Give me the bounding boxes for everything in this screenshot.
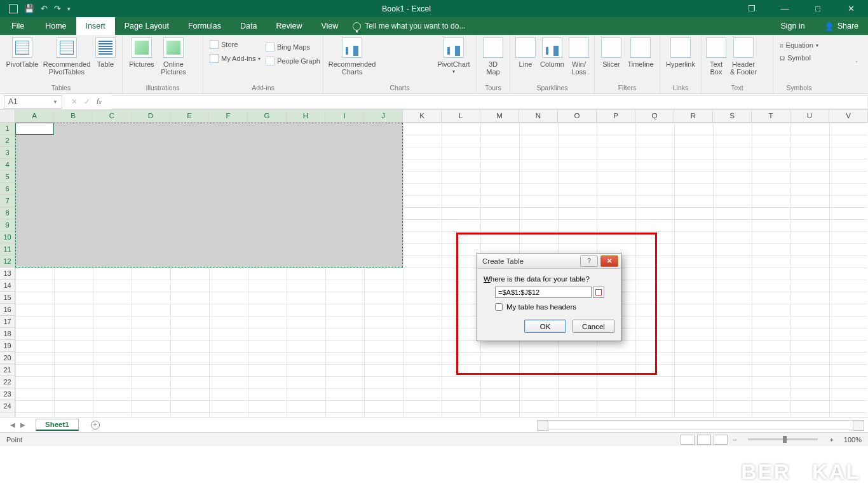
view-pagebreak-icon[interactable] xyxy=(714,435,728,445)
row-header[interactable]: 12 xyxy=(0,255,15,268)
column-header[interactable]: O xyxy=(558,110,597,122)
qat-customize-icon[interactable]: ▾ xyxy=(67,6,71,12)
column-header[interactable]: M xyxy=(480,110,519,122)
row-header[interactable]: 17 xyxy=(0,316,15,328)
bing-maps-button[interactable]: Bing Maps xyxy=(263,41,313,53)
window-minimize-icon[interactable]: — xyxy=(775,4,794,13)
row-header[interactable]: 22 xyxy=(0,376,15,388)
cancel-button[interactable]: Cancel xyxy=(573,320,614,333)
redo-icon[interactable]: ↷ xyxy=(54,4,61,13)
zoom-slider[interactable] xyxy=(748,438,818,440)
column-header[interactable]: S xyxy=(713,110,752,122)
headers-checkbox[interactable] xyxy=(495,303,503,311)
headers-label[interactable]: My table has headers xyxy=(506,303,576,311)
window-maximize-icon[interactable]: □ xyxy=(808,4,827,13)
dialog-close-icon[interactable]: ✕ xyxy=(600,255,618,267)
header-footer-button[interactable]: Header & Footer xyxy=(728,37,759,76)
ribbon-display-icon[interactable]: ❐ xyxy=(742,4,761,13)
tab-home[interactable]: Home xyxy=(36,17,76,35)
column-header[interactable]: K xyxy=(403,110,442,122)
row-header[interactable]: 21 xyxy=(0,364,15,376)
column-header[interactable]: G xyxy=(248,110,287,122)
row-header[interactable]: 19 xyxy=(0,340,15,352)
prev-sheet-icon[interactable]: ◀ xyxy=(10,421,15,428)
tab-review[interactable]: Review xyxy=(266,17,311,35)
sparkline-line-button[interactable]: Line xyxy=(514,37,537,68)
row-header[interactable]: 24 xyxy=(0,400,15,412)
row-header[interactable]: 1 xyxy=(0,123,15,135)
dialog-titlebar[interactable]: Create Table ? ✕ xyxy=(477,254,621,269)
pivottable-button[interactable]: PivotTable xyxy=(4,37,41,68)
range-picker-icon[interactable] xyxy=(593,287,604,298)
row-header[interactable]: 6 xyxy=(0,183,15,195)
column-header[interactable]: Q xyxy=(635,110,674,122)
column-header[interactable]: F xyxy=(209,110,248,122)
tab-data[interactable]: Data xyxy=(231,17,266,35)
tab-insert[interactable]: Insert xyxy=(76,17,115,35)
row-header[interactable]: 3 xyxy=(0,147,15,159)
collapse-ribbon-icon[interactable]: ˆ xyxy=(849,60,864,68)
chevron-down-icon[interactable]: ▼ xyxy=(53,99,58,105)
column-header[interactable]: L xyxy=(442,110,480,122)
enter-formula-icon[interactable]: ✓ xyxy=(84,97,90,106)
3d-map-button[interactable]: 3D Map xyxy=(480,37,506,76)
tell-me-search[interactable]: Tell me what you want to do... xyxy=(353,17,465,35)
table-button[interactable]: Table xyxy=(93,37,118,68)
column-header[interactable]: R xyxy=(674,110,713,122)
row-header[interactable]: 20 xyxy=(0,352,15,364)
column-header[interactable]: H xyxy=(287,110,325,122)
equation-button[interactable]: π Equation ▾ xyxy=(777,40,821,50)
chart-area-icon[interactable] xyxy=(397,54,415,68)
share-button[interactable]: 👤 Share xyxy=(815,17,868,35)
row-header[interactable]: 5 xyxy=(0,171,15,183)
undo-icon[interactable]: ↶ xyxy=(41,4,48,13)
window-close-icon[interactable]: ✕ xyxy=(841,4,860,13)
column-header[interactable]: E xyxy=(170,110,209,122)
column-header[interactable]: B xyxy=(54,110,93,122)
tab-page-layout[interactable]: Page Layout xyxy=(115,17,179,35)
column-header[interactable]: U xyxy=(790,110,829,122)
zoom-in-icon[interactable]: + xyxy=(827,436,836,444)
row-header[interactable]: 11 xyxy=(0,243,15,255)
people-graph-button[interactable]: People Graph xyxy=(263,55,323,67)
row-header[interactable]: 8 xyxy=(0,207,15,219)
timeline-button[interactable]: Timeline xyxy=(625,37,656,68)
row-header[interactable]: 9 xyxy=(0,219,15,231)
zoom-out-icon[interactable]: − xyxy=(730,436,739,444)
row-header[interactable]: 18 xyxy=(0,328,15,340)
chart-line-icon[interactable] xyxy=(397,39,415,53)
sheet-tab-sheet1[interactable]: Sheet1 xyxy=(36,419,79,431)
symbol-button[interactable]: Ω Symbol xyxy=(777,53,813,63)
row-header[interactable]: 10 xyxy=(0,231,15,243)
horizontal-scrollbar[interactable] xyxy=(537,420,864,430)
column-header[interactable]: A xyxy=(15,110,54,122)
chart-bar-icon[interactable] xyxy=(378,54,396,68)
name-box[interactable]: A1▼ xyxy=(4,95,62,109)
recommended-pivottables-button[interactable]: Recommended PivotTables xyxy=(42,37,92,76)
row-header[interactable]: 23 xyxy=(0,388,15,400)
pivotchart-button[interactable]: PivotChart▾ xyxy=(435,37,472,76)
row-header[interactable]: 7 xyxy=(0,195,15,207)
store-button[interactable]: Store xyxy=(207,39,240,50)
row-header[interactable]: 2 xyxy=(0,135,15,147)
row-header[interactable]: 4 xyxy=(0,159,15,171)
column-header[interactable]: D xyxy=(132,110,170,122)
textbox-button[interactable]: Text Box xyxy=(705,37,727,76)
column-header[interactable]: I xyxy=(325,110,364,122)
column-header[interactable]: T xyxy=(752,110,790,122)
insert-function-icon[interactable]: fx xyxy=(97,97,102,106)
select-all-corner[interactable] xyxy=(0,110,15,122)
chart-col-icon[interactable] xyxy=(378,39,396,53)
row-header[interactable]: 15 xyxy=(0,292,15,304)
column-header[interactable]: N xyxy=(519,110,558,122)
column-header[interactable]: P xyxy=(597,110,635,122)
column-header[interactable]: V xyxy=(829,110,868,122)
sign-in-button[interactable]: Sign in xyxy=(771,17,814,35)
worksheet-grid[interactable]: ABCDEFGHIJKLMNOPQRSTUV 12345678910111213… xyxy=(0,110,868,417)
hyperlink-button[interactable]: Hyperlink xyxy=(664,37,697,68)
dialog-help-icon[interactable]: ? xyxy=(580,255,598,267)
column-header[interactable]: C xyxy=(93,110,132,122)
cancel-formula-icon[interactable]: ✕ xyxy=(71,97,78,106)
tab-file[interactable]: File xyxy=(0,17,36,35)
tab-formulas[interactable]: Formulas xyxy=(179,17,231,35)
